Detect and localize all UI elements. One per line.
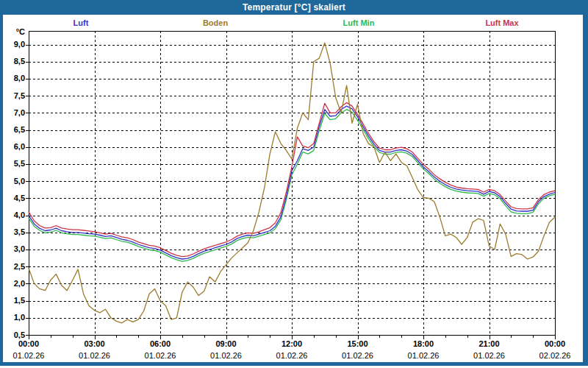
x-tick-date: 01.02.26 <box>408 351 440 360</box>
y-tick-label: 0,5 <box>0 330 25 340</box>
x-tick-time: 00:00 <box>545 339 565 348</box>
x-tick-date: 01.02.26 <box>79 351 110 360</box>
y-tick-label: 4,0 <box>0 210 25 220</box>
y-tick-label: 2,5 <box>0 262 25 272</box>
x-tick-date: 01.02.26 <box>210 351 242 360</box>
x-tick-date: 02.02.26 <box>539 351 571 360</box>
chart-window: Temperatur [°C] skaliert Luft Boden Luft… <box>0 0 588 368</box>
x-tick-time: 12:00 <box>282 339 302 348</box>
y-tick-label: 8,0 <box>0 74 25 83</box>
window-frame-left <box>0 15 3 362</box>
x-tick-date: 01.02.26 <box>13 351 45 360</box>
y-tick-label: 7,5 <box>0 91 25 101</box>
y-tick-label: 7,0 <box>0 108 25 118</box>
x-tick-time: 15:00 <box>347 339 368 348</box>
y-tick-label: 5,5 <box>0 159 25 169</box>
x-tick-time: 00:00 <box>18 339 39 348</box>
y-tick-label: 9,0 <box>0 40 25 49</box>
y-tick-label: 4,5 <box>0 194 25 203</box>
window-frame-right <box>583 15 588 362</box>
x-tick-date: 01.02.26 <box>145 351 176 360</box>
y-tick-label: 2,0 <box>0 279 25 289</box>
x-tick-time: 21:00 <box>478 339 499 348</box>
x-tick-time: 03:00 <box>84 339 104 348</box>
y-tick-label: 6,5 <box>0 125 25 135</box>
x-tick-date: 01.02.26 <box>473 351 505 360</box>
y-tick-label: 3,5 <box>0 227 25 237</box>
x-tick-time: 06:00 <box>150 339 171 348</box>
y-tick-label: 1,5 <box>0 296 25 305</box>
y-tick-label: 8,5 <box>0 57 25 66</box>
plot-area <box>0 0 588 368</box>
y-tick-label: 5,0 <box>0 177 25 186</box>
window-frame-bottom <box>0 362 588 366</box>
y-tick-label: 1,0 <box>0 313 25 322</box>
x-tick-time: 18:00 <box>413 339 434 348</box>
y-tick-label: 6,0 <box>0 142 25 152</box>
x-tick-time: 09:00 <box>215 339 236 348</box>
x-tick-date: 01.02.26 <box>276 351 308 360</box>
y-tick-label: 3,0 <box>0 244 25 254</box>
x-tick-date: 01.02.26 <box>342 351 373 360</box>
